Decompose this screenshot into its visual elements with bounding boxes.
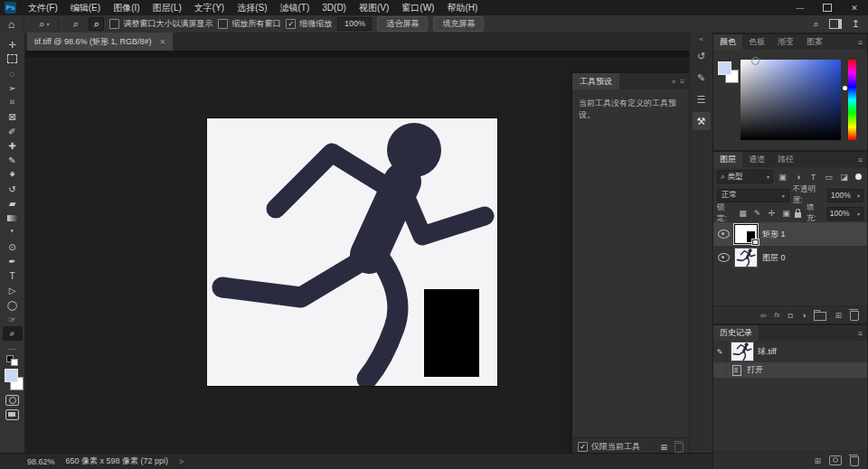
tool-presets-panel-icon[interactable]: ⚒ — [693, 112, 711, 130]
workspace-icon[interactable] — [829, 19, 842, 29]
panel-menu-icon[interactable]: ≡ — [680, 78, 684, 86]
new-document-from-state-icon[interactable]: ⊞ — [814, 456, 821, 465]
tab-color[interactable]: 颜色 — [713, 34, 742, 50]
filter-type-layer-icon[interactable]: T — [807, 173, 819, 182]
tab-channels[interactable]: 通道 — [742, 152, 771, 167]
tab-swatches[interactable]: 色板 — [742, 34, 771, 50]
eyedropper-tool[interactable]: ✐ — [3, 124, 23, 138]
tab-close-icon[interactable]: ✕ — [160, 38, 166, 46]
collapse-panel-icon[interactable]: » — [672, 78, 675, 86]
panel-menu-icon[interactable]: ≡ — [858, 38, 863, 47]
layer-thumbnail[interactable] — [735, 249, 757, 267]
move-tool[interactable]: ✛ — [3, 37, 23, 52]
layer-style-icon[interactable]: fx — [774, 311, 779, 319]
blend-mode-dropdown[interactable]: 正常 ▾ — [717, 189, 789, 202]
link-layers-icon[interactable]: ∞ — [760, 311, 766, 320]
lock-pixels-icon[interactable]: ✎ — [751, 209, 763, 218]
crop-tool[interactable]: ⌗ — [3, 95, 23, 109]
fit-screen-button[interactable]: 适合屏幕 — [377, 16, 428, 32]
edit-toolbar-icon[interactable]: … — [8, 342, 16, 352]
minimize-icon[interactable]: — — [787, 0, 814, 15]
menu-item-1[interactable]: 编辑(E) — [64, 0, 107, 15]
tab-layers[interactable]: 图层 — [713, 152, 742, 167]
document-image[interactable] — [207, 118, 497, 386]
zoom-in-button[interactable]: ⌕ — [68, 17, 83, 31]
menu-item-0[interactable]: 文件(F) — [22, 0, 64, 15]
color-swatches[interactable] — [3, 369, 23, 391]
new-snapshot-icon[interactable] — [829, 455, 842, 465]
saturation-brightness-picker[interactable] — [741, 60, 841, 140]
new-layer-icon[interactable]: ⊞ — [835, 311, 842, 320]
zoom-percent-input[interactable]: 100% — [337, 17, 372, 31]
opacity-dropdown[interactable]: 100% ▾ — [827, 189, 863, 202]
menu-item-10[interactable]: 帮助(H) — [440, 0, 484, 15]
hand-tool[interactable]: ☞ — [3, 312, 23, 326]
screen-mode-button[interactable] — [3, 408, 23, 422]
clone-stamp-tool[interactable]: ♠ — [3, 167, 23, 182]
home-icon[interactable]: ⌂ — [8, 18, 14, 31]
history-step-open[interactable]: 打开 — [713, 362, 867, 378]
frame-tool[interactable]: ⊠ — [3, 109, 23, 124]
new-preset-icon[interactable]: ⊞ — [660, 443, 667, 452]
default-colors-icon[interactable] — [6, 355, 19, 365]
history-brush-tool[interactable]: ↺ — [3, 182, 23, 196]
tab-paths[interactable]: 路径 — [771, 152, 800, 167]
pen-tool[interactable]: ✒ — [3, 254, 23, 268]
delete-preset-icon[interactable] — [675, 443, 684, 453]
tab-patterns[interactable]: 图案 — [800, 34, 829, 50]
healing-brush-tool[interactable]: ✚ — [3, 138, 23, 153]
tab-gradients[interactable]: 渐变 — [771, 34, 800, 50]
gradient-tool[interactable] — [3, 211, 23, 225]
current-tool-icon[interactable]: ⌕▾ — [39, 18, 49, 30]
filter-type-dropdown[interactable]: ⌕ 类型 ▾ — [717, 170, 773, 183]
menu-item-5[interactable]: 选择(S) — [231, 0, 273, 15]
status-zoom-level[interactable]: 98.62% — [27, 457, 55, 466]
brushes-panel-icon[interactable]: ☰ — [693, 90, 711, 108]
new-group-icon[interactable] — [814, 312, 826, 321]
zoom-tool[interactable]: ⌕ — [3, 326, 23, 341]
search-icon[interactable]: ⌕ — [814, 18, 819, 30]
zoom-out-button[interactable]: ⌕ — [89, 17, 104, 31]
layer-row-layer-0[interactable]: 图层 0 — [713, 246, 867, 269]
filter-shape-layer-icon[interactable]: ▭ — [823, 173, 835, 182]
expand-dock-icon[interactable]: « — [699, 35, 703, 43]
type-tool[interactable]: T — [3, 268, 23, 283]
hue-slider[interactable] — [848, 60, 856, 140]
menu-item-4[interactable]: 文字(Y) — [188, 0, 231, 15]
status-options-chevron-icon[interactable]: > — [179, 457, 184, 466]
resize-windows-checkbox[interactable]: 调整窗口大小以满屏显示 — [109, 18, 212, 30]
history-snapshot-row[interactable]: ✎ 球.tiff — [713, 341, 867, 362]
lasso-tool[interactable]: ◌ — [3, 66, 23, 80]
fill-dropdown[interactable]: 100% ▾ — [826, 207, 863, 220]
menu-item-6[interactable]: 滤镜(T) — [274, 0, 316, 15]
layer-row-rectangle-1[interactable]: 矩形 1 — [713, 222, 867, 246]
visibility-eye-icon[interactable] — [718, 230, 730, 239]
document-tab[interactable]: tif.tiff @ 98.6% (矩形 1, RGB/8#) ✕ — [27, 33, 173, 51]
menu-item-9[interactable]: 窗口(W) — [395, 0, 440, 15]
hue-slider-marker[interactable] — [843, 86, 847, 90]
panel-menu-icon[interactable]: ≡ — [858, 329, 863, 338]
brush-tool[interactable]: ✎ — [3, 153, 23, 167]
lock-position-icon[interactable]: ✛ — [766, 209, 778, 218]
menu-item-7[interactable]: 3D(D) — [316, 0, 353, 15]
tab-history[interactable]: 历史记录 — [713, 325, 759, 341]
layer-thumbnail[interactable] — [735, 225, 757, 243]
filter-adjustment-layer-icon[interactable]: ◑ — [792, 173, 804, 182]
object-selection-tool[interactable]: ➢ — [3, 80, 23, 95]
lock-transparency-icon[interactable]: ▦ — [737, 209, 749, 218]
marquee-tool[interactable] — [3, 52, 23, 66]
adjustment-layer-icon[interactable]: ◑ — [801, 311, 806, 320]
visibility-eye-icon[interactable] — [718, 253, 730, 262]
share-icon[interactable]: ↥ — [852, 18, 860, 30]
filter-smart-object-icon[interactable]: ◪ — [838, 173, 850, 182]
menu-item-8[interactable]: 视图(V) — [353, 0, 395, 15]
zoom-all-windows-checkbox[interactable]: 缩放所有窗口 — [218, 18, 280, 30]
shape-tool[interactable]: ◯ — [3, 297, 23, 312]
snapshot-thumbnail[interactable] — [731, 342, 753, 361]
canvas-area[interactable]: 工具预设 » ≡ 当前工具没有定义的工具预设。 ✓ 仅限当前工具 ⊞ — [25, 51, 689, 453]
history-source-cell[interactable] — [713, 362, 727, 378]
delete-layer-icon[interactable] — [850, 311, 859, 321]
layer-mask-icon[interactable]: ◘ — [788, 311, 793, 320]
lock-all-icon[interactable] — [795, 212, 801, 218]
history-panel-icon[interactable]: ↺ — [693, 47, 711, 65]
